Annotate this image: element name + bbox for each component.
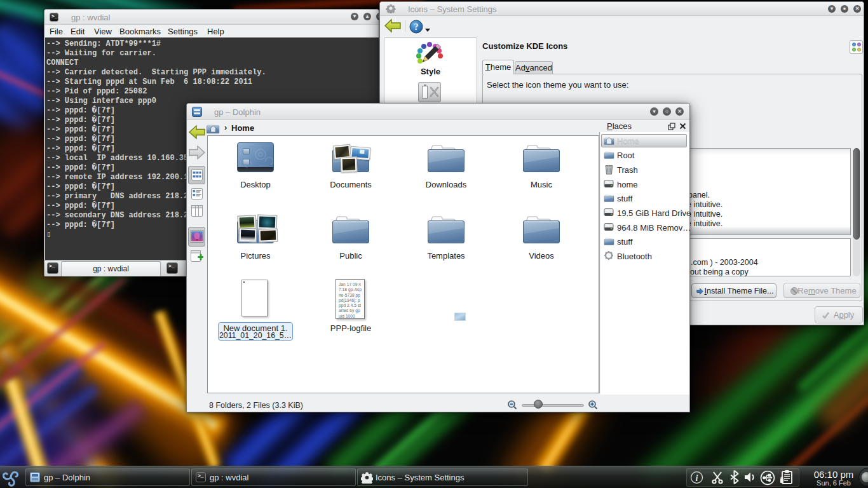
svg-text:i: i [696, 473, 698, 483]
svg-text:?: ? [414, 22, 419, 32]
